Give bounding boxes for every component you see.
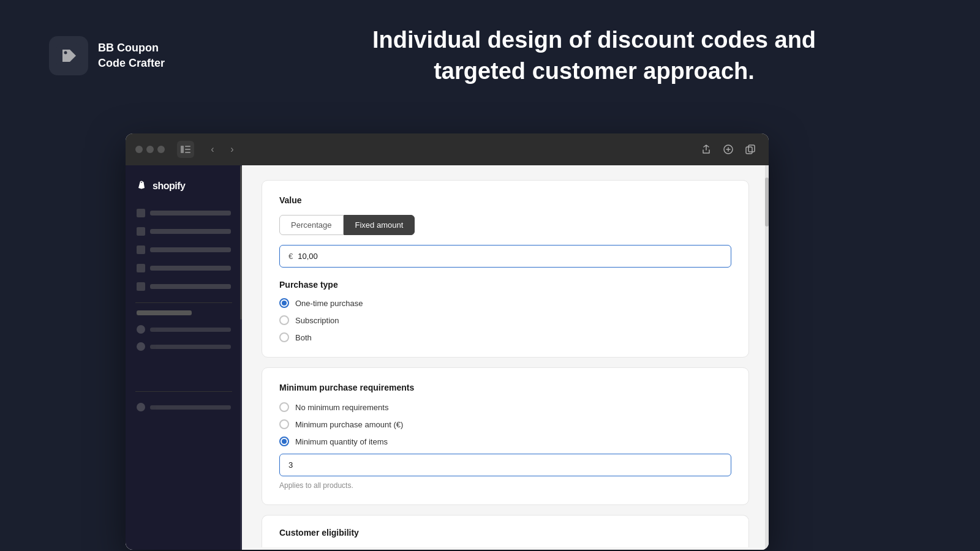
sidebar-item-3[interactable] xyxy=(130,241,237,258)
sidebar-toggle-button[interactable] xyxy=(177,141,194,158)
quantity-value: 3 xyxy=(288,460,293,470)
svg-rect-7 xyxy=(748,145,755,152)
sidebar-item-5[interactable] xyxy=(130,278,237,295)
min-purchase-amount-radio[interactable] xyxy=(279,419,289,429)
svg-rect-3 xyxy=(185,146,190,147)
logo-area: BB Coupon Code Crafter xyxy=(49,36,221,75)
min-quantity-option[interactable]: Minimum quantity of items xyxy=(279,437,731,446)
traffic-light-maximize[interactable] xyxy=(157,146,165,153)
sidebar-nav xyxy=(126,204,242,415)
percentage-toggle-button[interactable]: Percentage xyxy=(279,215,344,235)
shopify-logo: shopify xyxy=(126,175,242,204)
min-purchase-card: Minimum purchase requirements No minimum… xyxy=(262,367,749,505)
min-purchase-amount-label: Minimum purchase amount (€) xyxy=(295,420,403,429)
svg-rect-4 xyxy=(185,149,190,150)
svg-rect-5 xyxy=(185,152,190,153)
customer-eligibility-card: Customer eligibility xyxy=(262,515,749,547)
back-button[interactable]: ‹ xyxy=(204,141,221,158)
purchase-type-options: One-time purchase Subscription Both xyxy=(279,298,731,342)
both-radio[interactable] xyxy=(279,332,289,342)
svg-rect-2 xyxy=(181,146,184,153)
shopify-sidebar: shopify xyxy=(126,165,242,550)
header: BB Coupon Code Crafter Individual design… xyxy=(0,0,980,112)
sidebar-item-4[interactable] xyxy=(130,260,237,277)
one-time-label: One-time purchase xyxy=(295,299,363,308)
min-quantity-label: Minimum quantity of items xyxy=(295,437,388,446)
browser-controls xyxy=(177,141,194,158)
one-time-radio[interactable] xyxy=(279,298,289,308)
min-purchase-options: No minimum requirements Minimum purchase… xyxy=(279,402,731,446)
sidebar-divider-2 xyxy=(135,391,232,392)
value-type-toggle: Percentage Fixed amount xyxy=(279,215,731,235)
purchase-type-title: Purchase type xyxy=(279,280,731,290)
sidebar-item-2[interactable] xyxy=(130,223,237,240)
scroll-thumb[interactable] xyxy=(765,178,769,227)
min-purchase-amount-option[interactable]: Minimum purchase amount (€) xyxy=(279,419,731,429)
subscription-label: Subscription xyxy=(295,316,339,325)
sidebar-sub-item-2[interactable] xyxy=(130,339,237,354)
value-card: Value Percentage Fixed amount € 10,00 Pu… xyxy=(262,180,749,358)
amount-input-field[interactable]: € 10,00 xyxy=(279,245,731,268)
no-minimum-label: No minimum requirements xyxy=(295,403,388,412)
sidebar-sub-item-1[interactable] xyxy=(130,321,237,337)
copy-icon[interactable] xyxy=(742,141,759,158)
share-icon[interactable] xyxy=(698,141,715,158)
value-card-title: Value xyxy=(279,195,731,205)
min-purchase-title: Minimum purchase requirements xyxy=(279,383,731,392)
purchase-type-section: Purchase type One-time purchase Subscrip… xyxy=(279,280,731,342)
app-logo-icon xyxy=(49,36,88,75)
quantity-input-field[interactable]: 3 xyxy=(279,454,731,476)
browser-chrome: ‹ › xyxy=(126,133,769,165)
sidebar-item-1[interactable] xyxy=(130,204,237,222)
one-time-purchase-option[interactable]: One-time purchase xyxy=(279,298,731,308)
svg-point-1 xyxy=(64,51,67,54)
browser-body: shopify xyxy=(126,165,769,550)
both-option[interactable]: Both xyxy=(279,332,731,342)
browser-dots xyxy=(135,146,165,153)
main-content: Value Percentage Fixed amount € 10,00 Pu… xyxy=(242,165,769,550)
browser-window: ‹ › xyxy=(126,133,769,550)
currency-prefix: € xyxy=(288,252,293,261)
both-label: Both xyxy=(295,333,312,342)
sidebar-section-label xyxy=(137,310,192,315)
browser-toolbar-right xyxy=(698,141,759,158)
add-tab-icon[interactable] xyxy=(720,141,737,158)
amount-value: 10,00 xyxy=(298,252,318,261)
forward-button[interactable]: › xyxy=(224,141,241,158)
subscription-radio[interactable] xyxy=(279,315,289,325)
traffic-light-close[interactable] xyxy=(135,146,143,153)
fixed-amount-toggle-button[interactable]: Fixed amount xyxy=(344,215,415,235)
subscription-option[interactable]: Subscription xyxy=(279,315,731,325)
browser-nav: ‹ › xyxy=(204,141,241,158)
app-name: BB Coupon Code Crafter xyxy=(98,40,165,71)
min-quantity-radio[interactable] xyxy=(279,437,289,446)
no-minimum-radio[interactable] xyxy=(279,402,289,412)
sidebar-bottom-item[interactable] xyxy=(130,399,237,415)
main-headline: Individual design of discount codes and … xyxy=(257,24,931,88)
applies-to-text: Applies to all products. xyxy=(279,481,731,490)
shopify-wordmark: shopify xyxy=(153,181,185,192)
customer-eligibility-title: Customer eligibility xyxy=(279,528,731,538)
scroll-track xyxy=(765,165,769,550)
no-minimum-option[interactable]: No minimum requirements xyxy=(279,402,731,412)
traffic-light-minimize[interactable] xyxy=(146,146,154,153)
svg-rect-8 xyxy=(746,147,752,154)
sidebar-divider xyxy=(135,302,232,303)
